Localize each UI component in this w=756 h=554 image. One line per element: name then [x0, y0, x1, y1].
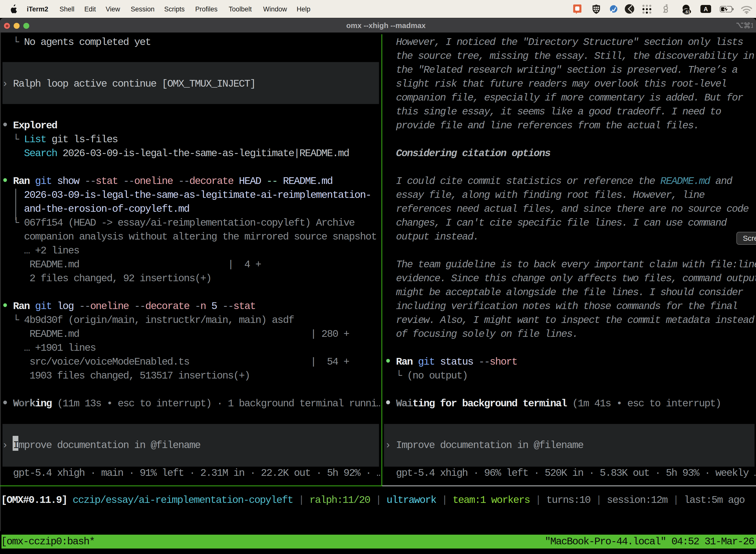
svg-text:1: 1: [750, 22, 753, 28]
svg-text:..61: ..61: [683, 10, 690, 14]
